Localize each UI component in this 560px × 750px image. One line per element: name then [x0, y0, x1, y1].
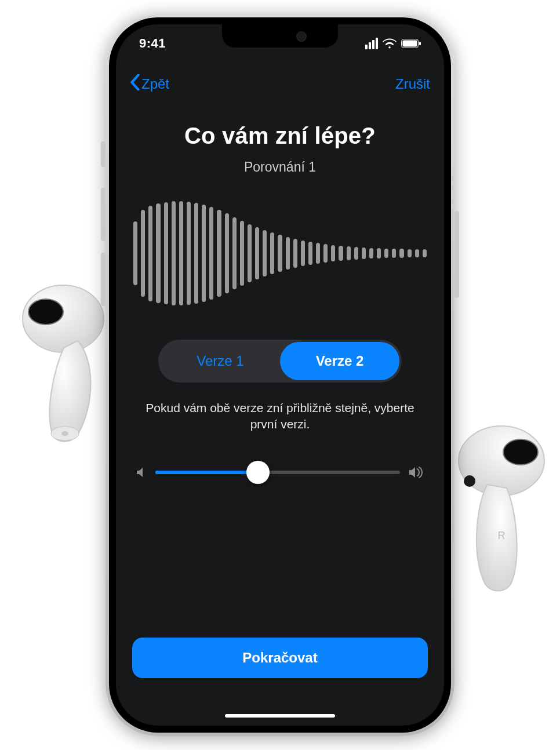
volume-high-icon — [408, 465, 424, 479]
screen: 9:41 — [116, 24, 444, 726]
comparison-label: Porovnání 1 — [132, 159, 428, 175]
battery-icon — [401, 39, 421, 48]
status-time: 9:41 — [139, 36, 166, 51]
version-2-button[interactable]: Verze 2 — [280, 342, 399, 380]
back-label: Zpět — [141, 76, 169, 92]
hint-text: Pokud vám obě verze zní přibližně stejně… — [132, 400, 428, 433]
volume-up-hw-button — [101, 188, 106, 241]
page-title: Co vám zní lépe? — [132, 123, 428, 149]
notch — [222, 24, 338, 48]
cancel-button[interactable]: Zrušit — [395, 76, 430, 92]
volume-down-hw-button — [101, 253, 106, 306]
svg-point-4 — [61, 431, 68, 436]
airpod-left-icon — [8, 284, 112, 446]
slider-thumb[interactable] — [246, 461, 270, 484]
home-indicator[interactable] — [225, 714, 335, 718]
airpod-right-label: R — [498, 530, 506, 541]
wifi-icon — [383, 38, 397, 49]
power-hw-button — [454, 211, 459, 298]
version-segmented-control: Verze 1 Verze 2 — [158, 340, 402, 383]
waveform-visualization — [132, 198, 428, 308]
airpod-right-icon: R — [446, 423, 557, 597]
svg-point-8 — [464, 475, 475, 487]
cellular-signal-icon — [365, 38, 378, 49]
back-button[interactable]: Zpět — [130, 74, 169, 94]
continue-button[interactable]: Pokračovat — [132, 638, 428, 678]
volume-low-icon — [136, 466, 147, 479]
chevron-left-icon — [130, 74, 140, 94]
version-1-button[interactable]: Verze 1 — [161, 342, 280, 380]
svg-rect-10 — [403, 41, 417, 47]
mute-switch — [101, 141, 106, 167]
svg-rect-11 — [419, 42, 421, 45]
nav-bar: Zpět Zrušit — [116, 74, 444, 94]
iphone-device-frame: 9:41 — [106, 14, 454, 736]
volume-slider[interactable] — [155, 461, 400, 484]
